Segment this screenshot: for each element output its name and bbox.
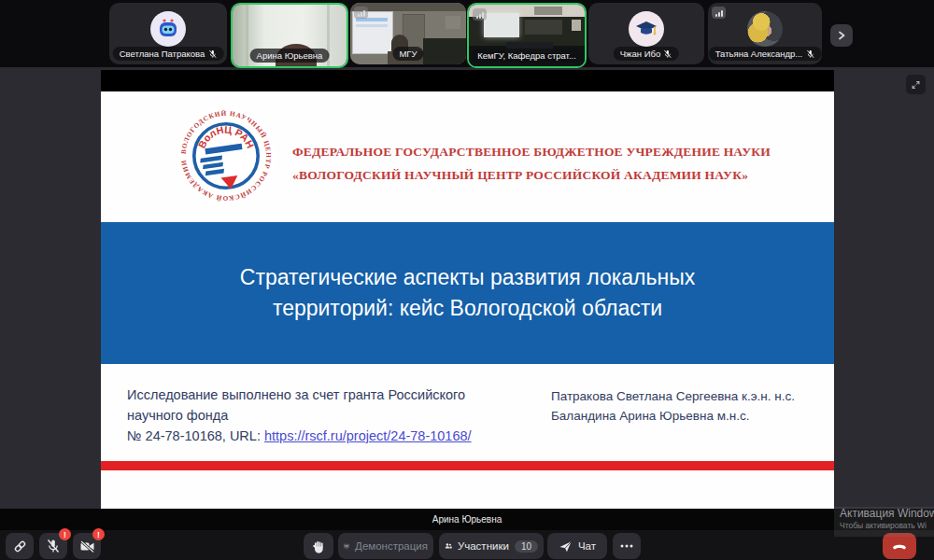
org-name-line1: ФЕДЕРАЛЬНОЕ ГОСУДАРСТВЕННОЕ БЮДЖЕТНОЕ УЧ… (292, 140, 825, 163)
raise-hand-button[interactable] (304, 533, 333, 559)
photo-avatar (747, 11, 783, 47)
volnc-ran-logo: ВОЛОГОДСКИЙ НАУЧНЫЙ ЦЕНТР РОССИЙСКОЙ АКА… (176, 105, 276, 206)
link-icon (13, 539, 27, 553)
participant-tile-mgu[interactable]: МГУ (350, 3, 466, 64)
participant-name: МГУ (399, 48, 417, 60)
watermark-line2: Чтобы активировать Wi (840, 521, 934, 531)
active-speaker-bar: Арина Юрьевна (0, 509, 934, 530)
author-1: Патракова Светлана Сергеевна к.э.н. н.с. (551, 386, 813, 406)
windows-activation-watermark: Активация Windows Чтобы активировать Wi (834, 507, 934, 537)
participants-label: Участники (458, 540, 509, 552)
participant-name-pill: МГУ (392, 47, 423, 61)
grant-info-block: Исследование выполнено за счет гранта Ро… (127, 385, 501, 446)
grant-line1: Исследование выполнено за счет гранта Ро… (127, 385, 501, 405)
more-dots-icon (620, 544, 633, 548)
connection-quality-icon (473, 8, 487, 21)
mic-muted-icon (46, 539, 61, 553)
participant-tile-kemgu[interactable]: КемГУ, Кафедра страт... (467, 3, 587, 68)
participant-name-pill: Светлана Патракова (113, 47, 224, 61)
camera-alert-badge: ! (92, 528, 105, 540)
grant-number: № 24-78-10168, URL: (127, 428, 264, 443)
author-2: Баландина Арина Юрьевна м.н.с. (551, 406, 813, 426)
participant-name-pill: Чжан Ибо (614, 47, 679, 61)
participants-button[interactable]: Участники 10 (439, 533, 544, 559)
graduation-cap-avatar (629, 11, 664, 47)
mic-muted-icon (207, 49, 217, 59)
grant-line3: № 24-78-10168, URL: https://rscf.ru/proj… (127, 426, 501, 446)
next-participants-button[interactable] (830, 24, 853, 47)
org-name-line2: «ВОЛОГОДСКИЙ НАУЧНЫЙ ЦЕНТР РОССИЙСКОЙ АК… (292, 163, 825, 187)
screen-share-icon (344, 540, 349, 553)
participant-tile-svetlana[interactable]: Светлана Патракова (109, 3, 227, 64)
share-letterbox-top (101, 70, 834, 91)
participant-name: Арина Юрьевна (257, 49, 323, 62)
share-screen-label: Демонстрация (355, 540, 428, 552)
microphone-button[interactable]: ! (39, 533, 67, 559)
chat-label: Чат (578, 540, 596, 552)
hand-icon (312, 539, 326, 553)
send-plane-icon (559, 539, 573, 553)
connection-quality-icon (354, 7, 368, 19)
expand-icon (912, 79, 920, 91)
participants-icon (445, 539, 452, 553)
participant-name-pill: Арина Юрьевна (250, 49, 330, 63)
slide-title-banner: Стратегические аспекты развития локальны… (101, 222, 834, 364)
robot-avatar (150, 11, 186, 47)
participant-name: КемГУ, Кафедра страт... (477, 49, 576, 62)
slide-title-line1: Стратегические аспекты развития локальны… (240, 263, 695, 292)
participant-name: Татьяна Александр... (715, 48, 803, 60)
phone-hangup-icon (892, 542, 907, 550)
participants-strip: Светлана Патракова Арина Юрьевна (0, 0, 934, 67)
chat-button[interactable]: Чат (547, 533, 607, 559)
fullscreen-toggle-button[interactable] (906, 75, 926, 94)
authors-block: Патракова Светлана Сергеевна к.э.н. н.с.… (551, 386, 813, 426)
participant-name-pill: КемГУ, Кафедра страт... (471, 49, 583, 63)
grant-url-link[interactable]: https://rscf.ru/project/24-78-10168/ (264, 428, 472, 443)
mic-alert-badge: ! (59, 528, 71, 540)
watermark-line1: Активация Windows (840, 507, 934, 521)
slide-title-line2: территорий: кейс Вологодской области (273, 294, 662, 323)
participant-tile-tatiana[interactable]: Татьяна Александр... (708, 3, 822, 64)
connection-quality-icon (712, 7, 726, 19)
end-call-button[interactable] (883, 533, 916, 559)
active-speaker-name: Арина Юрьевна (432, 514, 502, 525)
meeting-toolbar: ! ! (0, 530, 934, 560)
meeting-window: Светлана Патракова Арина Юрьевна (0, 0, 934, 560)
camera-button[interactable]: ! (73, 533, 101, 559)
slide-red-stripe (101, 461, 834, 470)
participants-count-badge: 10 (515, 540, 538, 553)
grant-line2: научного фонда (127, 405, 501, 426)
org-name-block: ФЕДЕРАЛЬНОЕ ГОСУДАРСТВЕННОЕ БЮДЖЕТНОЕ УЧ… (292, 140, 825, 187)
mic-muted-icon (663, 49, 672, 59)
camera-off-icon (79, 539, 95, 554)
invite-link-button[interactable] (6, 533, 34, 559)
participant-tile-zhang[interactable]: Чжан Ибо (588, 3, 704, 64)
participant-name: Чжан Ибо (620, 48, 660, 60)
chevron-right-icon (837, 31, 846, 40)
participant-name-pill: Татьяна Александр... (709, 47, 822, 61)
more-options-button[interactable] (613, 533, 641, 559)
mic-muted-icon (805, 49, 814, 59)
share-screen-button[interactable]: Демонстрация (338, 533, 433, 559)
participant-name: Светлана Патракова (120, 48, 205, 60)
participant-tile-arina[interactable]: Арина Юрьевна (231, 3, 348, 68)
shared-slide: ВОЛОГОДСКИЙ НАУЧНЫЙ ЦЕНТР РОССИЙСКОЙ АКА… (101, 91, 834, 509)
